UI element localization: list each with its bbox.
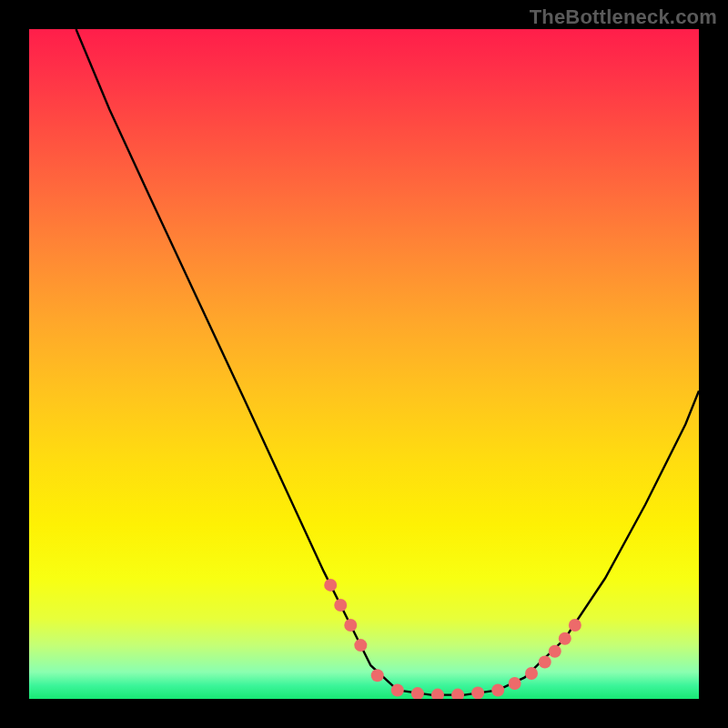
highlight-dot: [539, 656, 551, 669]
highlight-dot: [431, 689, 444, 699]
highlight-dot: [491, 683, 504, 696]
highlight-dot: [371, 669, 384, 682]
highlight-dot: [411, 687, 424, 699]
highlight-dot: [334, 599, 347, 612]
highlight-dot: [569, 619, 581, 632]
highlight-dots: [324, 579, 581, 699]
highlight-dot: [509, 677, 521, 690]
highlight-dot: [324, 579, 337, 592]
bottleneck-curve: [76, 29, 699, 695]
attribution-text: TheBottleneck.com: [530, 5, 717, 29]
plot-area: [29, 29, 699, 699]
chart-svg: [29, 29, 699, 699]
highlight-dot: [354, 639, 367, 652]
highlight-dot: [525, 667, 538, 680]
highlight-dot: [344, 619, 357, 632]
highlight-dot: [549, 645, 561, 658]
highlight-dot: [471, 686, 484, 699]
highlight-dot: [559, 632, 571, 645]
highlight-dot: [391, 683, 404, 696]
highlight-dot: [451, 689, 464, 699]
